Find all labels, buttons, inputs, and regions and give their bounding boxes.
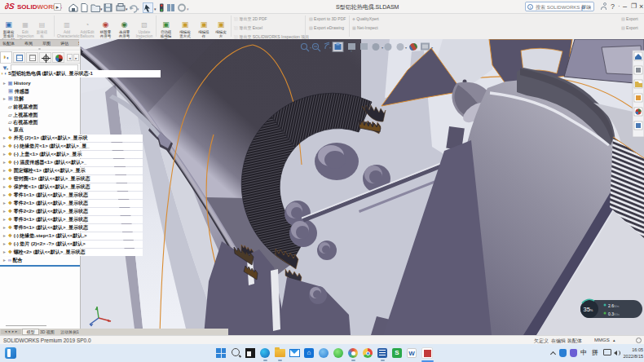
svg-text:▾: ▾	[154, 7, 157, 11]
svg-text:▾: ▾	[126, 7, 128, 11]
svg-text:▾: ▾	[405, 46, 407, 50]
svg-text:▾: ▾	[351, 49, 352, 53]
svg-text:▾: ▾	[431, 46, 433, 50]
svg-text:▾: ▾	[137, 7, 139, 11]
svg-text:▾: ▾	[100, 7, 103, 11]
svg-text:▾: ▾	[329, 46, 331, 50]
svg-text:▾: ▾	[382, 46, 383, 50]
svg-text:▾: ▾	[187, 7, 189, 11]
svg-text:▾: ▾	[310, 46, 311, 50]
